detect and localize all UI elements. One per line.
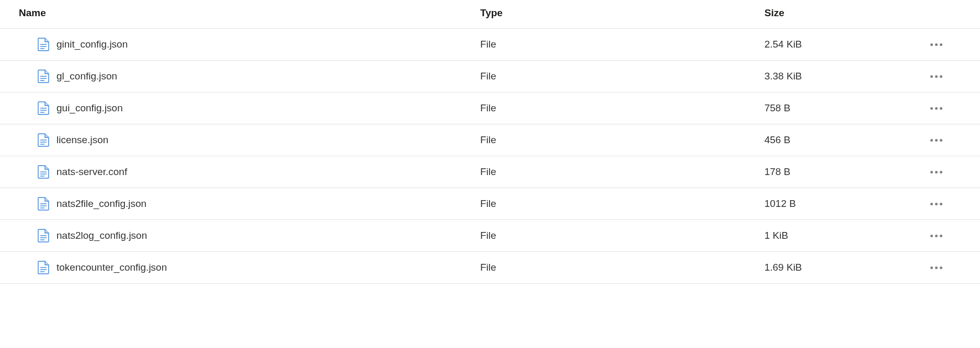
- file-name-cell[interactable]: nats2log_config.json: [19, 229, 480, 242]
- file-name-cell[interactable]: tokencounter_config.json: [19, 261, 480, 274]
- file-name-label[interactable]: tokencounter_config.json: [56, 262, 167, 273]
- file-name-label[interactable]: nats2log_config.json: [56, 230, 147, 241]
- column-header-type[interactable]: Type: [480, 0, 764, 29]
- file-size-cell: 178 B: [765, 156, 911, 188]
- table-header-row: Name Type Size: [0, 0, 980, 29]
- file-type-cell: File: [480, 252, 764, 284]
- table-row[interactable]: ginit_config.jsonFile2.54 KiB: [0, 29, 980, 61]
- more-actions-icon[interactable]: [930, 235, 961, 237]
- file-name-cell[interactable]: ginit_config.json: [19, 38, 480, 51]
- column-header-size[interactable]: Size: [765, 0, 911, 29]
- file-name-label[interactable]: nats2file_config.json: [56, 198, 146, 210]
- file-icon: [38, 261, 49, 274]
- file-type-cell: File: [480, 61, 764, 92]
- file-size-cell: 3.38 KiB: [765, 61, 911, 92]
- table-row[interactable]: gui_config.jsonFile758 B: [0, 92, 980, 124]
- file-icon: [38, 69, 49, 83]
- file-size-cell: 1012 B: [765, 188, 911, 220]
- file-type-cell: File: [480, 156, 764, 188]
- file-size-cell: 2.54 KiB: [765, 29, 911, 61]
- file-type-cell: File: [480, 188, 764, 220]
- file-listing-table: Name Type Size ginit_config.jsonFile2.54…: [0, 0, 980, 284]
- more-actions-icon[interactable]: [930, 107, 961, 110]
- file-name-label[interactable]: gui_config.json: [56, 102, 123, 114]
- file-size-cell: 1.69 KiB: [765, 252, 911, 284]
- file-icon: [38, 38, 49, 51]
- more-actions-icon[interactable]: [930, 266, 961, 269]
- file-name-cell[interactable]: nats-server.conf: [19, 165, 480, 179]
- table-row[interactable]: gl_config.jsonFile3.38 KiB: [0, 61, 980, 92]
- more-actions-icon[interactable]: [930, 139, 961, 142]
- file-size-cell: 1 KiB: [765, 220, 911, 252]
- file-icon: [38, 229, 49, 242]
- column-header-name[interactable]: Name: [0, 0, 480, 29]
- file-type-cell: File: [480, 92, 764, 124]
- table-row[interactable]: tokencounter_config.jsonFile1.69 KiB: [0, 252, 980, 284]
- file-icon: [38, 197, 49, 211]
- table-row[interactable]: nats2log_config.jsonFile1 KiB: [0, 220, 980, 252]
- file-name-label[interactable]: gl_config.json: [56, 71, 117, 82]
- file-type-cell: File: [480, 29, 764, 61]
- more-actions-icon[interactable]: [930, 203, 961, 205]
- file-name-label[interactable]: nats-server.conf: [56, 166, 127, 178]
- file-icon: [38, 101, 49, 115]
- more-actions-icon[interactable]: [930, 43, 961, 46]
- file-name-cell[interactable]: gui_config.json: [19, 101, 480, 115]
- file-size-cell: 758 B: [765, 92, 911, 124]
- file-size-cell: 456 B: [765, 124, 911, 156]
- file-name-label[interactable]: ginit_config.json: [56, 39, 128, 50]
- file-icon: [38, 165, 49, 179]
- file-name-cell[interactable]: nats2file_config.json: [19, 197, 480, 211]
- table-row[interactable]: nats-server.confFile178 B: [0, 156, 980, 188]
- file-icon: [38, 133, 49, 147]
- file-name-label[interactable]: license.json: [56, 134, 108, 146]
- more-actions-icon[interactable]: [930, 75, 961, 78]
- file-type-cell: File: [480, 220, 764, 252]
- file-name-cell[interactable]: license.json: [19, 133, 480, 147]
- more-actions-icon[interactable]: [930, 171, 961, 173]
- table-row[interactable]: nats2file_config.jsonFile1012 B: [0, 188, 980, 220]
- file-name-cell[interactable]: gl_config.json: [19, 69, 480, 83]
- file-type-cell: File: [480, 124, 764, 156]
- table-row[interactable]: license.jsonFile456 B: [0, 124, 980, 156]
- column-header-actions: [911, 0, 980, 29]
